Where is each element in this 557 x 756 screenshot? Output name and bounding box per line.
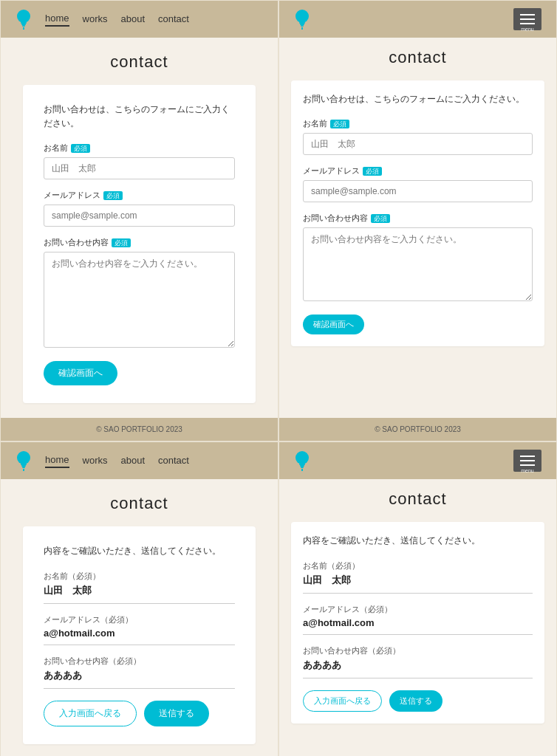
email-label: メールアドレス必須 [303,165,533,176]
svg-rect-12 [21,465,26,467]
send-button[interactable]: 送信する [144,701,209,726]
required-badge: 必須 [71,144,90,153]
confirm-message-value: ああああ [44,669,235,689]
name-input[interactable] [303,133,533,155]
svg-rect-18 [301,467,304,468]
nav-links: home works about contact [45,13,189,27]
svg-rect-6 [299,22,305,24]
confirm-description: 内容をご確認いただき、送信してください。 [303,534,533,548]
confirm-email-value: a@hotmail.com [303,617,533,635]
logo-icon [294,450,310,472]
confirm-email-group: メールアドレス（必須） a@hotmail.com [44,614,235,645]
nav-home[interactable]: home [45,454,69,468]
name-label: お名前必須 [303,118,533,129]
svg-rect-13 [22,467,25,468]
hamburger-line [520,456,535,457]
confirm-description: 内容をご確認いただき、送信してください。 [44,544,235,558]
nav-about[interactable]: about [120,455,145,467]
panel-top-right: contact お問い合わせは、こちらのフォームにご入力ください。 お名前必須 … [278,0,557,441]
confirm-name-label: お名前（必須） [303,560,533,571]
confirm-message-label: お問い合わせ内容（必須） [303,645,533,656]
main-content: contact お問い合わせは、こちらのフォームにご入力ください。 お名前必須 … [279,38,556,418]
confirm-card: 内容をご確認いただき、送信してください。 お名前（必須） 山田 太郎 メールアド… [291,522,544,723]
nav-contact[interactable]: contact [158,455,189,467]
hamburger-line [520,460,535,461]
required-badge: 必須 [112,238,131,247]
main-content: contact お問い合わせは、こちらのフォームにご入力ください。 お名前必須 … [1,38,278,418]
form-card: お問い合わせは、こちらのフォームにご入力ください。 お名前必須 メールアドレス必… [291,80,544,346]
message-label: お問い合わせ内容必須 [44,237,235,248]
logo-icon [294,8,310,30]
hamburger-button[interactable] [513,8,541,30]
panel-bottom-left: home works about contact contact 内容をご確認い… [0,441,278,756]
svg-rect-8 [301,25,304,27]
confirm-name-value: 山田 太郎 [44,584,235,604]
confirm-message-label: お問い合わせ内容（必須） [44,656,235,667]
site-header: home works about contact [1,442,278,479]
svg-point-0 [17,10,30,23]
site-footer: © SAO PORTFOLIO 2023 [1,418,278,441]
site-header [279,1,556,38]
nav-contact[interactable]: contact [158,13,189,26]
site-header [279,442,556,479]
main-content: contact 内容をご確認いただき、送信してください。 お名前（必須） 山田 … [279,479,556,756]
panel-bottom-right: contact 内容をご確認いただき、送信してください。 お名前（必須） 山田 … [278,441,557,756]
confirm-message-group: お問い合わせ内容（必須） ああああ [44,656,235,689]
email-label: メールアドレス必須 [44,190,235,201]
hamburger-line [520,18,535,20]
page-title: contact [23,494,256,513]
message-textarea[interactable] [44,252,235,348]
message-group: お問い合わせ内容必須 [44,237,235,351]
hamburger-button[interactable] [513,450,541,472]
required-badge: 必須 [363,167,382,176]
confirm-email-label: メールアドレス（必須） [303,604,533,615]
svg-rect-11 [21,464,27,465]
confirm-email-label: メールアドレス（必須） [44,614,235,625]
svg-rect-17 [300,465,304,467]
message-group: お問い合わせ内容必須 [303,213,533,304]
message-textarea[interactable] [303,227,533,301]
nav-about[interactable]: about [120,13,145,26]
back-button[interactable]: 入力画面へ戻る [44,701,137,726]
form-description: お問い合わせは、こちらのフォームにご入力ください。 [44,103,235,131]
page-title: contact [23,52,256,72]
logo-icon [16,450,32,472]
nav-home[interactable]: home [45,13,69,27]
button-row: 入力画面へ戻る 送信する [303,690,533,712]
confirm-email-value: a@hotmail.com [44,628,235,645]
email-input[interactable] [303,180,533,202]
confirm-name-group: お名前（必須） 山田 太郎 [303,560,533,594]
form-description: お問い合わせは、こちらのフォームにご入力ください。 [303,92,533,106]
confirm-email-group: メールアドレス（必須） a@hotmail.com [303,604,533,635]
site-footer: © SAO PORTFOLIO 2023 [279,418,556,441]
name-input[interactable] [44,157,235,179]
send-button[interactable]: 送信する [389,690,442,712]
site-header: home works about contact [1,1,278,38]
svg-rect-1 [21,22,27,24]
submit-button[interactable]: 確認画面へ [44,361,117,385]
svg-point-15 [295,451,309,464]
required-badge: 必須 [371,214,390,223]
page-title: contact [291,489,544,509]
confirm-name-value: 山田 太郎 [303,574,533,594]
svg-rect-3 [22,25,25,27]
panel-top-left: home works about contact contact お問い合わせは… [0,0,278,441]
svg-rect-16 [299,464,305,465]
nav-works[interactable]: works [83,13,108,26]
confirm-name-label: お名前（必須） [44,571,235,582]
logo-icon [16,8,32,30]
svg-point-10 [17,451,30,464]
confirm-card: 内容をご確認いただき、送信してください。 お名前（必須） 山田 太郎 メールアド… [23,526,256,743]
required-badge: 必須 [103,191,123,200]
svg-point-5 [295,10,309,23]
button-row: 入力画面へ戻る 送信する [44,701,235,726]
nav-works[interactable]: works [83,455,108,467]
form-card: お問い合わせは、こちらのフォームにご入力ください。 お名前必須 メールアドレス必… [23,85,256,403]
back-button[interactable]: 入力画面へ戻る [303,690,382,712]
submit-button[interactable]: 確認画面へ [303,315,364,334]
nav-links: home works about contact [45,454,189,468]
email-input[interactable] [44,205,235,227]
confirm-message-group: お問い合わせ内容（必須） ああああ [303,645,533,678]
confirm-name-group: お名前（必須） 山田 太郎 [44,571,235,604]
name-group: お名前必須 [44,142,235,179]
